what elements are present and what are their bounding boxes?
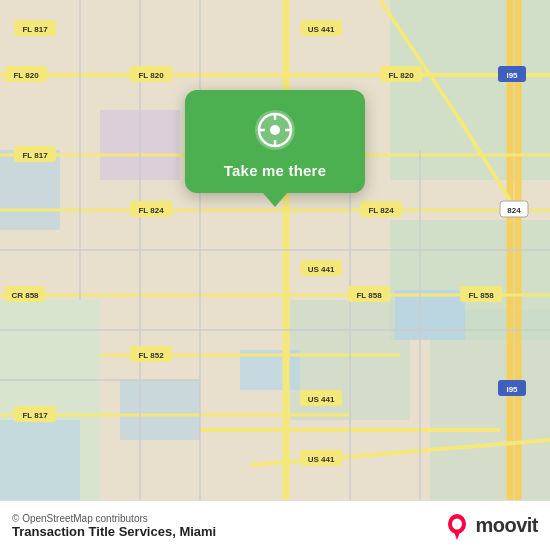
svg-text:FL 817: FL 817 (22, 151, 48, 160)
svg-text:US 441: US 441 (308, 395, 335, 404)
svg-text:824: 824 (507, 206, 521, 215)
svg-text:FL 852: FL 852 (138, 351, 164, 360)
svg-text:FL 820: FL 820 (13, 71, 39, 80)
svg-rect-1 (390, 0, 550, 180)
moovit-icon (443, 512, 471, 540)
svg-text:FL 858: FL 858 (468, 291, 494, 300)
svg-text:FL 820: FL 820 (388, 71, 414, 80)
svg-text:FL 824: FL 824 (138, 206, 164, 215)
map-container: FL 817 FL 820 FL 820 FL 820 US 441 US 44… (0, 0, 550, 500)
bottom-bar: © OpenStreetMap contributors Transaction… (0, 500, 550, 550)
svg-rect-10 (0, 420, 80, 500)
popup-card: Take me there (185, 90, 365, 193)
svg-text:FL 824: FL 824 (368, 206, 394, 215)
svg-text:US 441: US 441 (308, 25, 335, 34)
moovit-logo: moovit (443, 512, 538, 540)
take-me-there-button[interactable]: Take me there (224, 162, 326, 179)
svg-text:US 441: US 441 (308, 455, 335, 464)
svg-rect-9 (120, 380, 200, 440)
map-attribution: © OpenStreetMap contributors (12, 513, 216, 524)
svg-point-74 (270, 125, 280, 135)
svg-text:CR 858: CR 858 (11, 291, 39, 300)
svg-marker-81 (454, 532, 460, 540)
location-pin-icon (253, 108, 297, 152)
svg-text:I95: I95 (506, 71, 518, 80)
svg-rect-6 (395, 290, 465, 340)
place-name: Transaction Title Services, Miami (12, 524, 216, 539)
svg-text:FL 820: FL 820 (138, 71, 164, 80)
svg-text:I95: I95 (506, 385, 518, 394)
svg-text:US 441: US 441 (308, 265, 335, 274)
bottom-left-info: © OpenStreetMap contributors Transaction… (12, 513, 216, 539)
svg-text:FL 817: FL 817 (22, 25, 48, 34)
svg-text:FL 817: FL 817 (22, 411, 48, 420)
moovit-label: moovit (475, 514, 538, 537)
svg-point-80 (452, 518, 462, 529)
map-svg: FL 817 FL 820 FL 820 FL 820 US 441 US 44… (0, 0, 550, 500)
svg-text:FL 858: FL 858 (356, 291, 382, 300)
